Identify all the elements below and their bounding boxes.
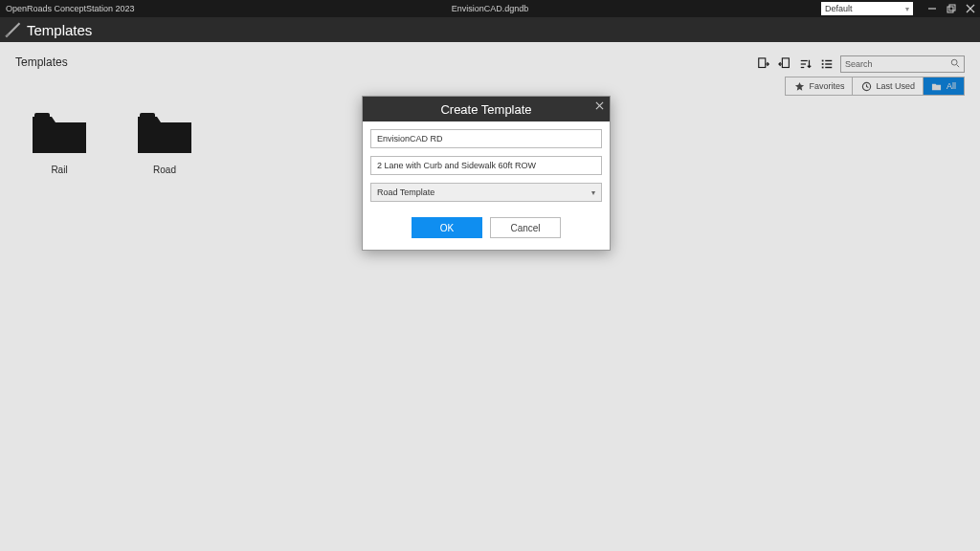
templates-icon (4, 21, 21, 38)
chevron-down-icon: ▾ (591, 188, 595, 197)
template-type-select[interactable]: Road Template ▾ (370, 183, 602, 202)
document-name: EnvisionCAD.dgndb (452, 4, 529, 13)
svg-rect-1 (947, 7, 953, 12)
dialog-header: Create Template (363, 97, 610, 121)
cancel-button[interactable]: Cancel (490, 217, 561, 238)
workspace-dropdown[interactable]: Default ▾ (821, 2, 913, 15)
restore-button[interactable] (942, 0, 961, 17)
cancel-button-label: Cancel (510, 223, 540, 233)
workspace-value: Default (825, 4, 853, 13)
ok-button-label: OK (440, 223, 454, 233)
dialog-body: Road Template ▾ (363, 121, 610, 209)
create-template-dialog: Create Template Road Template ▾ OK Cance… (362, 96, 611, 251)
minimize-button[interactable] (923, 0, 942, 17)
dialog-footer: OK Cancel (363, 209, 610, 250)
app-name: OpenRoads ConceptStation 2023 (0, 4, 135, 13)
template-type-value: Road Template (377, 187, 434, 197)
ok-button[interactable]: OK (412, 217, 482, 238)
template-description-input[interactable] (370, 156, 602, 175)
dialog-title: Create Template (440, 102, 531, 117)
window-titlebar: OpenRoads ConceptStation 2023 EnvisionCA… (0, 0, 980, 17)
chevron-down-icon: ▾ (905, 5, 909, 13)
section-title: Templates (27, 22, 92, 38)
close-button[interactable] (961, 0, 980, 17)
svg-rect-2 (949, 5, 955, 11)
section-header: Templates (0, 17, 980, 42)
dialog-close-button[interactable] (595, 100, 604, 112)
template-name-input[interactable] (370, 129, 602, 148)
main-panel: Templates (0, 42, 980, 551)
titlebar-right: Default ▾ (821, 0, 980, 17)
